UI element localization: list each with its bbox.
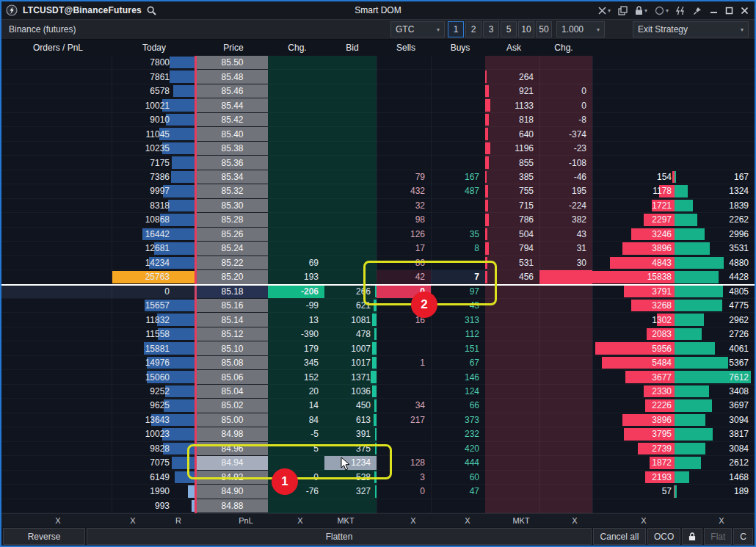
price-cell[interactable]: 85.26: [197, 228, 268, 241]
orders-pnl-cell[interactable]: [1, 456, 112, 469]
ask-chg-cell[interactable]: 43: [539, 228, 592, 241]
sells-cell[interactable]: [377, 156, 431, 169]
orders-pnl-cell[interactable]: [1, 385, 112, 398]
today-volume-cell[interactable]: 11832: [112, 313, 195, 326]
today-volume-cell[interactable]: 9252: [112, 385, 195, 398]
bid-cell[interactable]: 327: [324, 485, 377, 498]
footer-action-mkt[interactable]: MKT: [512, 516, 529, 525]
ask-chg-cell[interactable]: -46: [539, 170, 592, 184]
bid-cell[interactable]: [324, 56, 377, 69]
bid-cell[interactable]: [324, 184, 377, 198]
sells-cell[interactable]: [377, 70, 431, 83]
ask-cell[interactable]: 640: [485, 127, 539, 140]
orders-pnl-cell[interactable]: [1, 70, 112, 83]
sells-cell[interactable]: [377, 427, 431, 441]
tif-dropdown[interactable]: GTC▾: [390, 21, 445, 37]
buys-cell[interactable]: [431, 70, 485, 83]
ask-cell[interactable]: [485, 485, 539, 498]
price-cell[interactable]: 85.20: [197, 270, 268, 283]
buys-cell[interactable]: [431, 142, 485, 155]
ask-cell[interactable]: 504: [485, 228, 539, 241]
chg-cell[interactable]: -5: [268, 427, 324, 441]
ask-cell[interactable]: [485, 456, 539, 469]
sells-cell[interactable]: 217: [377, 413, 431, 427]
chg-cell[interactable]: 179: [268, 341, 324, 355]
today-volume-cell[interactable]: 10023: [112, 427, 195, 441]
sells-cell[interactable]: 1: [377, 356, 431, 369]
footer-action-mkt[interactable]: MKT: [337, 516, 354, 525]
lock-icon[interactable]: ▾: [635, 6, 647, 15]
footer-action-x[interactable]: X: [410, 516, 415, 525]
trading-lock-button[interactable]: [682, 528, 702, 545]
today-volume-cell[interactable]: 15657: [112, 299, 195, 312]
ask-chg-cell[interactable]: -23: [539, 142, 592, 155]
buys-cell[interactable]: 313: [431, 313, 485, 326]
today-volume-cell[interactable]: 14976: [112, 356, 195, 369]
bid-cell[interactable]: 1017: [324, 356, 377, 369]
ask-chg-cell[interactable]: -374: [539, 127, 592, 140]
ask-cell[interactable]: 264: [485, 70, 539, 83]
buys-cell[interactable]: [431, 84, 485, 98]
today-volume-cell[interactable]: 9625: [112, 399, 195, 412]
today-volume-cell[interactable]: 10021: [112, 98, 195, 112]
sells-cell[interactable]: 17: [377, 242, 431, 255]
today-volume-cell[interactable]: 6578: [112, 84, 195, 98]
buys-cell[interactable]: [431, 98, 485, 112]
buys-cell[interactable]: 124: [431, 385, 485, 398]
reverse-button[interactable]: Reverse: [3, 528, 85, 545]
orders-pnl-cell[interactable]: [1, 313, 112, 326]
buys-cell[interactable]: 35: [431, 228, 485, 241]
price-cell[interactable]: 85.38: [197, 142, 268, 155]
bid-cell[interactable]: [324, 113, 377, 126]
orders-pnl-cell[interactable]: [1, 56, 112, 69]
orders-pnl-cell[interactable]: [1, 156, 112, 169]
sells-cell[interactable]: 98: [377, 213, 431, 226]
orders-pnl-cell[interactable]: [1, 413, 112, 427]
buys-cell[interactable]: [431, 156, 485, 169]
ask-chg-cell[interactable]: 31: [539, 242, 592, 255]
ask-chg-cell[interactable]: 0: [539, 84, 592, 98]
pin-icon[interactable]: [693, 6, 702, 15]
footer-action-pnl[interactable]: PnL: [239, 516, 253, 525]
today-volume-cell[interactable]: 9010: [112, 113, 195, 126]
buys-cell[interactable]: 487: [431, 184, 485, 198]
orders-pnl-cell[interactable]: [1, 327, 112, 341]
price-cell[interactable]: 84.88: [197, 499, 268, 512]
orders-pnl-cell[interactable]: [1, 242, 112, 255]
today-volume-cell[interactable]: 7386: [112, 170, 195, 184]
price-cell[interactable]: 85.34: [197, 170, 268, 184]
ask-chg-cell[interactable]: -8: [539, 113, 592, 126]
orders-pnl-cell[interactable]: [1, 142, 112, 155]
price-cell[interactable]: 85.02: [197, 399, 268, 412]
chg-cell[interactable]: -390: [268, 327, 324, 341]
bid-cell[interactable]: [324, 228, 377, 241]
ask-cell[interactable]: [485, 413, 539, 427]
buys-cell[interactable]: [431, 499, 485, 512]
ask-cell[interactable]: 794: [485, 242, 539, 255]
bid-cell[interactable]: [324, 84, 377, 98]
price-cell[interactable]: 85.12: [197, 327, 268, 341]
ask-chg-cell[interactable]: -108: [539, 156, 592, 169]
ask-chg-cell[interactable]: 0: [539, 98, 592, 112]
orders-pnl-cell[interactable]: [1, 256, 112, 269]
footer-action-x[interactable]: X: [297, 516, 302, 525]
price-cell[interactable]: 85.16: [197, 299, 268, 312]
chg-cell[interactable]: 14: [268, 399, 324, 412]
bid-cell[interactable]: 478: [324, 327, 377, 341]
ask-cell[interactable]: 385: [485, 170, 539, 184]
ask-cell[interactable]: [485, 341, 539, 355]
bid-cell[interactable]: [324, 170, 377, 184]
chg-cell[interactable]: 193: [268, 270, 324, 283]
chg-cell[interactable]: -99: [268, 299, 324, 312]
today-volume-cell[interactable]: 9828: [112, 442, 195, 455]
buys-cell[interactable]: 8: [431, 242, 485, 255]
bid-cell[interactable]: [324, 70, 377, 83]
orders-pnl-cell[interactable]: [1, 113, 112, 126]
buys-cell[interactable]: 232: [431, 427, 485, 441]
today-volume-cell[interactable]: 9997: [112, 184, 195, 198]
price-cell[interactable]: 85.46: [197, 84, 268, 98]
orders-pnl-cell[interactable]: [1, 228, 112, 241]
price-cell[interactable]: 85.28: [197, 213, 268, 226]
link-windows-icon[interactable]: ▾: [598, 7, 611, 15]
orders-pnl-cell[interactable]: [1, 399, 112, 412]
